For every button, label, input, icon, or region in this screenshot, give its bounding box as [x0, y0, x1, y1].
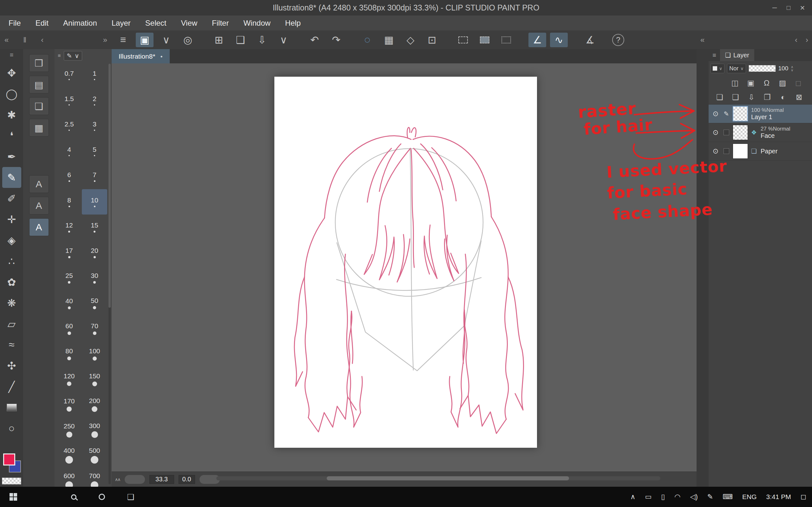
volume-icon[interactable]: ◁)	[690, 493, 698, 501]
battery-icon[interactable]: ▯	[661, 493, 665, 501]
angle-left-icon[interactable]: ‹	[41, 36, 44, 44]
brush-size-2[interactable]: 2	[82, 88, 107, 113]
lasso-tool[interactable]: ◯	[2, 83, 21, 104]
operation-tool-icon[interactable]: ▣	[136, 33, 154, 47]
new-raster-layer-icon[interactable]: ❏	[712, 93, 728, 102]
open-file-icon[interactable]: ❑	[232, 33, 249, 47]
maximize-icon[interactable]: □	[781, 4, 796, 11]
start-button-icon[interactable]	[9, 493, 17, 501]
auto-action-3-icon[interactable]: A	[29, 218, 49, 236]
collapse-left-icon[interactable]: «	[4, 36, 9, 44]
menu-item-filter[interactable]: Filter	[205, 15, 236, 31]
selection-rect-icon[interactable]	[454, 33, 472, 47]
quick-access-panel-icon[interactable]: ❒	[29, 54, 49, 72]
brush-size-20[interactable]: 20	[82, 240, 107, 265]
angle-right-icon[interactable]: ›	[806, 36, 808, 44]
auto-action-1-icon[interactable]: A	[29, 175, 49, 193]
zoom-value[interactable]: 33.3	[149, 475, 174, 484]
combine-layer-icon[interactable]: ❐	[759, 93, 775, 102]
blend-transfer-icon[interactable]: ◫	[727, 78, 743, 88]
new-file-icon[interactable]: ⊞	[210, 33, 228, 47]
collapse-left-icon[interactable]: «	[700, 36, 705, 44]
brush-size-170[interactable]: 170	[56, 392, 82, 417]
tool-palette-menu-icon[interactable]: ≡	[0, 49, 23, 60]
menu-item-layer[interactable]: Layer	[104, 15, 138, 31]
snap-ruler-icon[interactable]: ∠	[528, 33, 546, 47]
brush-size-250[interactable]: 250	[56, 417, 82, 443]
transparent-color-bar[interactable]	[2, 477, 21, 485]
tablet-mode-icon[interactable]: ▭	[645, 493, 652, 501]
transfer-down-icon[interactable]: ⇩	[744, 93, 759, 102]
menu-item-window[interactable]: Window	[236, 15, 277, 31]
material-panel-icon[interactable]: ❏	[29, 97, 49, 115]
layer-thumbnail[interactable]	[733, 106, 748, 121]
network-icon[interactable]: ◠	[674, 493, 680, 501]
main-color-swatch[interactable]	[3, 453, 15, 465]
hidden-icons-chevron[interactable]: ∧	[630, 493, 635, 501]
brush-size-40[interactable]: 40	[56, 291, 82, 316]
brush-size-17[interactable]: 17	[56, 240, 82, 265]
brush-size-400[interactable]: 400	[56, 443, 82, 468]
horizontal-scroll-thumb[interactable]	[327, 476, 569, 481]
menu-item-file[interactable]: File	[1, 15, 28, 31]
brush-size-300[interactable]: 300	[82, 417, 107, 443]
opacity-spinner[interactable]: ∧ ∨	[791, 65, 793, 72]
layer-move-tool[interactable]: ✛	[2, 209, 21, 230]
panel-menu-icon[interactable]: ≡	[58, 53, 61, 59]
opacity-slider[interactable]	[749, 65, 776, 72]
visibility-eye-icon[interactable]: ⊙	[710, 128, 721, 136]
subtool-selector-chip[interactable]: ✎ ∨	[64, 51, 82, 60]
touch-keyboard-icon[interactable]: ⌨	[722, 493, 733, 501]
document-tab[interactable]: Illustration8* ●	[112, 49, 170, 63]
selection-convert-icon[interactable]	[497, 33, 515, 47]
save-dropdown-chevron[interactable]: ∨	[275, 33, 293, 47]
auto-select-tool[interactable]: ✱	[2, 104, 21, 125]
layer-row-paper[interactable]: ⊙❏Paper	[709, 142, 812, 161]
gradient-tool[interactable]	[2, 397, 21, 418]
clear-icon[interactable]: ◇	[402, 33, 419, 47]
timeline-panel-icon[interactable]: ▤	[29, 76, 49, 94]
collapse-right-icon[interactable]: »	[103, 36, 107, 44]
grid-panel-icon[interactable]: ▦	[29, 119, 49, 136]
panel-menu-icon[interactable]: ≡	[709, 49, 720, 61]
visibility-eye-icon[interactable]: ⊙	[710, 110, 721, 118]
edit-target-checkbox[interactable]	[723, 130, 729, 135]
menu-item-help[interactable]: Help	[278, 15, 308, 31]
canvas-viewport[interactable]	[112, 63, 697, 471]
rotation-value[interactable]: 0.0	[179, 475, 195, 484]
brush-size-scrollbar[interactable]	[108, 64, 111, 484]
brush-size-500[interactable]: 500	[82, 443, 107, 468]
fit-to-screen-button[interactable]	[125, 475, 145, 484]
layer-panel-tab[interactable]: ❏ Layer	[720, 49, 754, 61]
brush-size-200[interactable]: 200	[82, 392, 107, 417]
undo-icon[interactable]: ↶	[306, 33, 323, 47]
eyedropper-tool[interactable]: ❛	[2, 125, 21, 146]
ink-workspace-icon[interactable]: ✎	[707, 493, 713, 501]
blend-tool[interactable]: ≈	[2, 334, 21, 355]
brush-size-100[interactable]: 100	[82, 341, 107, 367]
pen-tool[interactable]: ✒	[2, 146, 21, 167]
help-icon[interactable]: ?	[612, 34, 624, 46]
brush-size-150[interactable]: 150	[82, 367, 107, 392]
brush-size-15[interactable]: 15	[82, 215, 107, 240]
menu-item-animation[interactable]: Animation	[56, 15, 104, 31]
brush-size-120[interactable]: 120	[56, 367, 82, 392]
redo-icon[interactable]: ↷	[327, 33, 345, 47]
brush-size-1.5[interactable]: 1.5	[56, 88, 82, 113]
lock-layer-icon[interactable]: Ω	[759, 78, 774, 88]
layer-mask-icon[interactable]: ◐	[775, 93, 791, 102]
panel-drag-handle[interactable]: ‖	[23, 36, 26, 44]
new-folder-icon[interactable]: ❑	[728, 93, 744, 102]
layer-row-layer-1[interactable]: ⊙✎100 %NormalLayer 1	[709, 105, 812, 123]
lock-alpha-icon[interactable]: ▨	[774, 78, 791, 88]
brush-size-70[interactable]: 70	[82, 316, 107, 341]
brush-tool[interactable]: ✐	[2, 188, 21, 209]
clock[interactable]: 3:41 PM	[766, 493, 791, 501]
main-menu-icon[interactable]: ≡	[114, 33, 132, 47]
language-indicator[interactable]: ENG	[742, 493, 757, 501]
decoration-tool[interactable]: ✿	[2, 272, 21, 292]
cortana-icon[interactable]	[99, 494, 105, 500]
menu-item-edit[interactable]: Edit	[28, 15, 56, 31]
reference-layer-icon[interactable]: ▣	[743, 78, 759, 88]
brush-size-12[interactable]: 12	[56, 215, 82, 240]
